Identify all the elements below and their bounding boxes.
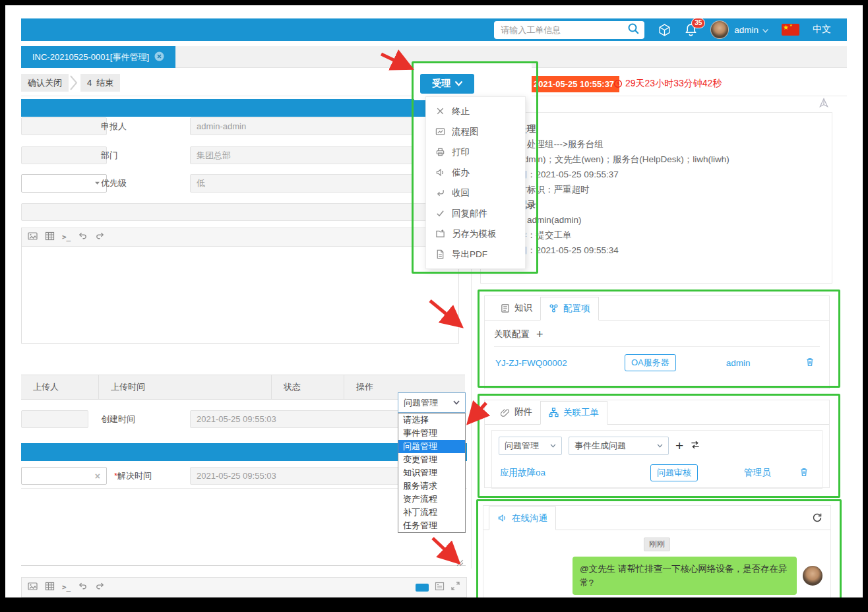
created-aux-input[interactable] (21, 410, 88, 428)
menu-item-export-pdf[interactable]: 导出PDF (426, 244, 525, 264)
paperclip-icon (501, 408, 510, 417)
history-section-title: 接收与记录 (491, 197, 821, 212)
department-aux-input[interactable] (21, 146, 107, 164)
save-template-icon (435, 229, 445, 239)
tab-close-icon[interactable] (154, 51, 164, 63)
column-header[interactable]: 状态 (272, 375, 344, 399)
related-ticket-link[interactable]: 应用故障oa (500, 467, 650, 479)
language-switcher[interactable]: 中文 (813, 24, 831, 36)
insert-table-icon[interactable] (45, 231, 55, 243)
editor-toolbar: >_ (22, 228, 458, 247)
dropdown-option[interactable]: 请选择 (398, 413, 465, 427)
redo-icon[interactable] (95, 581, 105, 594)
dropdown-option[interactable]: 事件管理 (398, 427, 465, 440)
dropdown-option[interactable]: 服务请求 (398, 479, 465, 493)
tab-knowledge[interactable]: 知识 (493, 296, 540, 320)
tab-attachments[interactable]: 附件 (493, 400, 540, 424)
dropdown-option-selected[interactable]: 问题管理 (398, 440, 465, 453)
menu-item-flowchart[interactable]: 流程图 (426, 121, 525, 142)
config-type-tag[interactable]: OA服务器 (625, 354, 676, 371)
resolved-time-label: *解决时间 (114, 467, 152, 485)
swap-icon[interactable] (690, 440, 700, 452)
search-icon[interactable] (627, 22, 639, 37)
category-select[interactable] (21, 174, 107, 193)
search-input[interactable] (499, 24, 627, 36)
chevron-down-icon (550, 444, 556, 448)
chat-panel: 在线沟通 刚刚 @文先生 请帮忙排查一下核心网络设备，是否存在异常? (483, 505, 831, 597)
terminate-icon (435, 106, 445, 116)
column-header[interactable]: 上传时间 (99, 375, 272, 399)
insert-image-icon[interactable] (28, 582, 38, 594)
menu-item-urge[interactable]: 催办 (426, 162, 525, 183)
dropdown-option[interactable]: 资产流程 (398, 493, 465, 506)
insert-table-icon[interactable] (45, 582, 55, 594)
chevron-down-icon (453, 400, 460, 405)
created-time-input[interactable]: 2021-05-25 09:55:03 (190, 410, 413, 428)
media-icon[interactable] (416, 584, 429, 592)
attachment-panel-icon[interactable] (435, 582, 445, 594)
menu-item-save-template[interactable]: 另存为模板 (426, 224, 525, 244)
notification-bell[interactable]: 35 (685, 23, 697, 36)
config-item-row: YJ-ZJ-FWQ00002 OA服务器 admin (485, 347, 829, 379)
config-panel-tabs: 知识 配置项 (485, 296, 829, 321)
apps-cube-icon[interactable] (658, 23, 671, 37)
dropdown-option[interactable]: 补丁流程 (398, 506, 465, 519)
resize-handle[interactable] (456, 557, 464, 569)
add-config-icon[interactable]: + (536, 330, 543, 339)
tab-incident-ticket[interactable]: INC-20210525-0001[事件管理] (21, 46, 175, 68)
clear-icon[interactable]: × (95, 471, 100, 481)
code-view-icon[interactable]: >_ (62, 583, 71, 592)
menu-item-terminate[interactable]: 终止 (426, 101, 525, 121)
resolver-input[interactable]: × (21, 467, 107, 485)
menu-item-print[interactable]: 打印 (426, 142, 525, 162)
redo-icon[interactable] (95, 231, 105, 243)
ticket-type-select[interactable]: 问题管理 (499, 437, 562, 455)
flowchart-icon (435, 127, 445, 137)
tab-related-tickets[interactable]: 关联工单 (540, 401, 607, 425)
related-ticket-owner[interactable]: 管理员 (744, 467, 771, 479)
department-label: 部门 (101, 146, 118, 164)
notification-badge: 35 (691, 18, 705, 28)
menu-item-reply-mail[interactable]: 回复邮件 (426, 203, 525, 224)
chat-timestamp: 刚刚 (644, 537, 670, 551)
related-ticket-status-tag[interactable]: 问题审核 (650, 464, 698, 481)
add-related-ticket-icon[interactable]: + (675, 441, 683, 450)
tab-online-chat[interactable]: 在线沟通 (489, 506, 556, 530)
accept-button[interactable]: 受理 (420, 74, 474, 94)
history-panel: 分析与处理 操作人：处理组--->服务台组 admin(admin)；文先生(w… (480, 112, 832, 284)
workflow-step-end[interactable]: 4 结束 (80, 74, 120, 92)
undo-icon[interactable] (78, 231, 88, 243)
dropdown-option[interactable]: 知识管理 (398, 466, 465, 479)
resolved-time-input[interactable]: 2021-05-25 09:55:03 (190, 467, 413, 485)
expand-icon[interactable] (450, 581, 460, 594)
config-item-link[interactable]: YJ-ZJ-FWQ00002 (495, 358, 625, 368)
breadcrumb-chevron-icon (69, 74, 78, 94)
user-menu[interactable]: admin (710, 20, 768, 39)
ticket-template-select[interactable]: 事件生成问题 (569, 437, 669, 455)
related-ticket-panel: 附件 关联工单 问题管理 事件生成问题 + 应用故障oa (484, 400, 830, 488)
reporter-value-input[interactable]: admin-admin (190, 117, 413, 135)
priority-value-input[interactable]: 低 (190, 174, 413, 193)
title-input[interactable] (21, 203, 459, 221)
config-item-owner[interactable]: admin (726, 358, 751, 368)
workflow-step-confirm-close[interactable]: 确认关闭 (21, 74, 69, 92)
code-view-icon[interactable]: >_ (62, 233, 71, 241)
delete-trash-icon[interactable] (799, 467, 814, 479)
insert-image-icon[interactable] (28, 231, 38, 243)
description-editor[interactable]: >_ (21, 228, 459, 344)
dropdown-option[interactable]: 变更管理 (398, 453, 465, 466)
dropdown-option[interactable]: 任务管理 (398, 519, 465, 532)
refresh-icon[interactable] (812, 512, 822, 526)
department-value-input[interactable]: 集团总部 (190, 146, 413, 164)
tab-config-items[interactable]: 配置项 (540, 297, 599, 321)
ticket-type-dropdown-button[interactable]: 问题管理 (398, 392, 466, 413)
column-header[interactable]: 上传人 (21, 375, 99, 399)
undo-icon[interactable] (78, 581, 88, 594)
language-flag-icon[interactable]: ★★ (782, 24, 799, 36)
menu-item-recall[interactable]: 收回 (426, 183, 525, 203)
reporter-aux-input[interactable] (21, 117, 107, 135)
paper-plane-icon[interactable] (818, 97, 830, 111)
search-box[interactable] (494, 21, 644, 39)
chat-message-list[interactable]: 刚刚 @文先生 请帮忙排查一下核心网络设备，是否存在异常? (483, 530, 830, 595)
delete-trash-icon[interactable] (805, 357, 819, 369)
